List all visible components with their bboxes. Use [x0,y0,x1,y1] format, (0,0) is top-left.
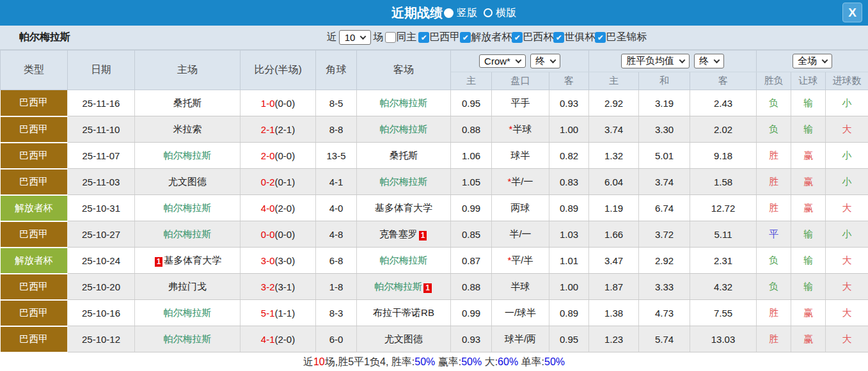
league-filter[interactable]: ✔巴西杯 [512,31,553,44]
radio-selected-icon[interactable] [444,8,454,18]
league-filter[interactable]: ✔解放者杯 [460,31,512,44]
cell-home-team: 弗拉门戈 [135,274,241,300]
summary-segment: 10 [313,356,325,368]
cell-goals: 小 [826,169,868,195]
same-home-filter[interactable]: 同主 [385,31,416,44]
cell-asia-away-odds: 0.93 [549,90,589,116]
table-row: 巴西甲25-10-20弗拉门戈3-2(3-1)1-8帕尔梅拉斯10.88半球1.… [1,274,868,300]
cell-avg-draw: 3.74 [639,169,690,195]
cell-score: 2-1(2-1) [241,116,316,143]
chevron-down-icon [679,57,686,63]
cell-home-team: 帕尔梅拉斯 [135,326,241,352]
cell-goals: 小 [826,221,868,248]
layout-option-horizontal[interactable]: 横版 [484,6,521,20]
cell-asia-home-odds: 0.99 [451,195,492,221]
cell-result: 负 [757,116,791,143]
red-card-badge: 1 [155,257,163,267]
cell-goals: 大 [826,195,868,221]
layout-horizontal-label[interactable]: 横版 [496,6,516,20]
cell-avg-away: 2.02 [690,116,757,143]
league-filter[interactable]: ✔巴圣锦标 [595,31,647,44]
games-label: 场 [373,31,383,44]
cell-score: 2-0(0-0) [241,143,316,169]
league-checkbox[interactable]: ✔ [460,32,471,43]
cell-corner: 4-0 [316,195,357,221]
cell-avg-draw: 6.74 [639,195,690,221]
chevron-down-icon [549,57,556,63]
summary-segment: 场,胜5平1负4, [325,356,391,369]
cell-corner: 4-1 [316,169,357,195]
team-name: 帕尔梅拉斯 [380,97,428,108]
team-name: 帕尔梅拉斯 [164,333,212,344]
league-checkbox[interactable]: ✔ [418,32,429,43]
cell-corner: 8-8 [316,116,357,143]
cell-asia-away-odds: 0.95 [549,326,589,352]
cell-score: 1-0(0-0) [241,90,316,116]
europe-odds-group: 胜平负均值 终 [589,51,757,72]
cell-competition: 巴西甲 [1,326,68,352]
cell-handicap: *半球 [492,116,549,143]
cell-avg-draw: 4.73 [639,300,690,326]
league-checkbox[interactable]: ✔ [595,32,606,43]
layout-vertical-label[interactable]: 竖版 [457,6,477,20]
cell-home-team: 尤文图德 [135,169,241,195]
team-title: 帕尔梅拉斯 [19,31,70,44]
title-group: 近期战绩 竖版 横版 [391,4,521,22]
scope-group: 全场 [757,51,868,72]
table-row: 巴西甲25-11-16桑托斯1-0(0-0)8-5帕尔梅拉斯0.95平手0.93… [1,90,868,116]
europe-odds-time-value: 终 [699,55,709,67]
cell-avg-draw: 5.01 [639,143,690,169]
cell-asia-away-odds: 1.01 [549,248,589,274]
same-home-checkbox[interactable] [385,32,396,43]
cell-asia-home-odds: 1.06 [451,143,492,169]
sub-header-asia-away: 客 [549,72,589,90]
league-checkbox[interactable]: ✔ [512,32,523,43]
asia-odds-time-select[interactable]: 终 [530,54,560,68]
cell-competition: 解放者杯 [1,195,68,221]
col-header-score: 比分(半场) [241,51,316,90]
cell-score: 0-2(0-1) [241,169,316,195]
chevron-down-icon [822,57,828,63]
layout-option-vertical[interactable]: 竖版 [444,6,482,20]
summary-segment: 大: [482,356,498,369]
col-header-corner: 角球 [316,51,357,90]
cell-away-team: 尤文图德 [357,326,451,352]
asia-odds-time-value: 终 [535,55,545,67]
cell-date: 25-10-31 [68,195,135,221]
filter-controls: 近 10 场 同主 ✔巴西甲✔解放者杯✔巴西杯✔世俱杯✔巴圣锦标 [327,30,649,45]
cell-score: 4-1(2-0) [241,326,316,352]
odds-company-value: Crow* [484,56,510,67]
cell-corner: 6-8 [316,248,357,274]
league-filter[interactable]: ✔世俱杯 [553,31,595,44]
league-filter[interactable]: ✔巴西甲 [418,31,460,44]
sub-header-avg-draw: 和 [639,72,690,90]
summary-segment: 近 [303,356,313,369]
cell-avg-away: 5.11 [690,221,757,248]
cell-competition: 巴西甲 [1,116,68,143]
cell-score: 5-1(1-1) [241,300,316,326]
team-name: 帕尔梅拉斯 [380,176,428,187]
cell-avg-home: 1.32 [589,143,639,169]
radio-unselected-icon[interactable] [484,8,493,17]
cell-away-team: 布拉干蒂诺RB [357,300,451,326]
cell-asia-home-odds: 0.85 [451,221,492,248]
cell-goals: 大 [826,116,868,143]
league-checkbox[interactable]: ✔ [553,32,564,43]
cell-result: 胜 [757,169,791,195]
cell-corner: 6-0 [316,326,357,352]
league-filters: ✔巴西甲✔解放者杯✔巴西杯✔世俱杯✔巴圣锦标 [418,31,647,44]
cell-corner: 8-3 [316,300,357,326]
match-count-select[interactable]: 10 [339,30,372,45]
europe-odds-select[interactable]: 胜平负均值 [621,54,690,68]
cell-avg-away: 7.55 [690,300,757,326]
cell-handicap: 平手 [492,90,549,116]
cell-asia-home-odds: 0.93 [451,326,492,352]
europe-odds-time-select[interactable]: 终 [694,54,724,68]
cell-result: 胜 [757,143,791,169]
cell-avg-draw: 3.30 [639,116,690,143]
cell-handicap-result: 输 [791,274,826,300]
scope-select[interactable]: 全场 [793,54,832,68]
close-icon[interactable]: X [842,3,862,22]
odds-company-select[interactable]: Crow* [479,54,526,68]
near-label: 近 [327,31,337,44]
